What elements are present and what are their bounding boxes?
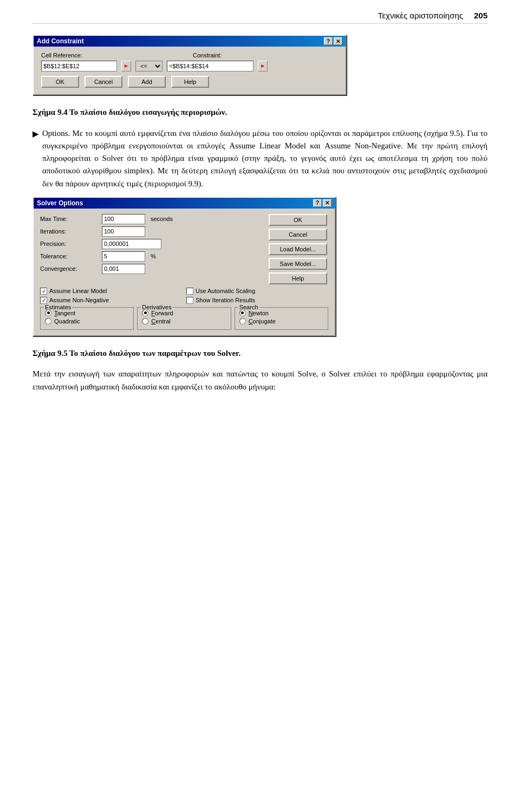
central-radio[interactable]	[142, 318, 148, 324]
header-title: Τεχνικές αριστοποίησης	[378, 11, 463, 20]
precision-input[interactable]	[102, 239, 161, 249]
newton-radio[interactable]	[239, 310, 246, 316]
figure-9-4-caption-text: Σχήμα 9.4 Το πλαίσιο διαλόγου εισαγωγής …	[32, 108, 227, 116]
conjugate-label: Conjugate	[249, 318, 276, 324]
assume-nonneg-checkbox[interactable]: ✓	[40, 297, 47, 304]
page-container: Τεχνικές αριστοποίησης 205 Add Constrain…	[0, 0, 520, 421]
constraint-input[interactable]	[167, 61, 253, 72]
solver-right-panel: OK Cancel Load Model... Save Model... He…	[269, 214, 328, 284]
solver-close-btn[interactable]: ✕	[323, 199, 332, 207]
tangent-radio-item: Tangent	[45, 310, 129, 316]
figure-9-5-caption: Σχήμα 9.5 Το πλαίσιο διαλόγου των παραμέ…	[32, 347, 487, 360]
titlebar-buttons: ? ✕	[324, 37, 342, 45]
radio-groups-area: Estimates Tangent Quadratic Derivatives	[40, 307, 328, 330]
help-btn[interactable]: ?	[324, 37, 333, 45]
central-label: Central	[151, 318, 170, 324]
solver-content: Max Time: seconds Iterations: Precision:	[34, 209, 335, 335]
max-time-label: Max Time:	[40, 216, 99, 222]
solver-title: Solver Options	[37, 199, 83, 207]
forward-label: Forward	[151, 310, 173, 316]
estimates-group: Estimates Tangent Quadratic	[40, 307, 134, 330]
iterations-label: Iterations:	[40, 228, 99, 235]
convergence-input[interactable]	[102, 264, 145, 274]
constraint-inputs-row: <= = >=	[41, 61, 338, 72]
tangent-radio[interactable]	[45, 310, 51, 316]
newton-radio-item: Newton	[239, 310, 323, 316]
options-text-block: ▶ Options. Με το κουμπί αυτό εμφανίζεται…	[32, 127, 487, 190]
solver-ok-button[interactable]: OK	[269, 214, 327, 226]
constraint-arrow-btn[interactable]	[258, 61, 268, 72]
convergence-row: Convergence:	[40, 264, 263, 274]
cell-ref-arrow-btn[interactable]	[121, 61, 131, 72]
close-btn[interactable]: ✕	[334, 37, 342, 45]
assume-linear-label: Assume Linear Model	[49, 288, 107, 294]
assume-linear-checkbox[interactable]: ✓	[40, 288, 47, 295]
tolerance-input[interactable]	[102, 251, 145, 262]
solver-help-button[interactable]: Help	[269, 272, 327, 284]
solver-help-btn[interactable]: ?	[313, 199, 322, 207]
auto-scaling-item: Use Automatic Scaling	[186, 288, 328, 295]
add-constraint-titlebar: Add Constraint ? ✕	[34, 36, 346, 47]
constraint-label: Constraint:	[193, 52, 242, 59]
forward-radio-item: Forward	[142, 310, 226, 316]
tolerance-row: Tolerance: %	[40, 251, 263, 262]
cell-ref-input[interactable]	[41, 61, 117, 72]
assume-linear-item: ✓ Assume Linear Model	[40, 288, 182, 295]
bottom-text: Μετά την εισαγωγή των απαραίτητων πληροφ…	[32, 369, 487, 391]
newton-label: Newton	[249, 310, 269, 316]
page-header: Τεχνικές αριστοποίησης 205	[32, 11, 487, 24]
help-button[interactable]: Help	[171, 76, 209, 88]
ok-button[interactable]: OK	[41, 76, 79, 88]
iterations-input[interactable]	[102, 226, 145, 237]
tolerance-unit: %	[151, 253, 156, 259]
bullet-arrow-icon: ▶	[32, 128, 39, 190]
add-constraint-title: Add Constraint	[37, 37, 84, 45]
solver-titlebar: Solver Options ? ✕	[34, 198, 335, 209]
show-iter-checkbox[interactable]	[186, 297, 193, 304]
bottom-text-block: Μετά την εισαγωγή των απαραίτητων πληροφ…	[32, 368, 487, 393]
max-time-row: Max Time: seconds	[40, 214, 263, 224]
estimates-legend: Estimates	[44, 304, 72, 310]
add-button[interactable]: Add	[128, 76, 166, 88]
auto-scaling-checkbox[interactable]	[186, 288, 193, 295]
tolerance-label: Tolerance:	[40, 253, 99, 259]
max-time-unit: seconds	[151, 216, 173, 222]
solver-load-model-button[interactable]: Load Model...	[269, 243, 327, 255]
constraint-buttons-row: OK Cancel Add Help	[41, 76, 338, 88]
solver-cancel-button[interactable]: Cancel	[269, 229, 327, 241]
solver-titlebar-buttons: ? ✕	[313, 199, 332, 207]
assume-nonneg-label: Assume Non-Negative	[49, 297, 109, 303]
figure-9-5-caption-text: Σχήμα 9.5 Το πλαίσιο διαλόγου των παραμέ…	[32, 349, 240, 358]
options-bullet-item: ▶ Options. Με το κουμπί αυτό εμφανίζεται…	[32, 127, 487, 190]
iterations-row: Iterations:	[40, 226, 263, 237]
search-legend: Search	[238, 304, 259, 310]
solver-options-dialog: Solver Options ? ✕ Max Time: seconds	[32, 197, 336, 336]
forward-radio[interactable]	[142, 310, 148, 316]
quadratic-radio[interactable]	[45, 318, 51, 324]
cell-ref-label: Cell Reference:	[41, 52, 90, 59]
convergence-label: Convergence:	[40, 265, 99, 272]
solver-left-panel: Max Time: seconds Iterations: Precision:	[40, 214, 263, 284]
svg-marker-0	[125, 64, 128, 68]
conjugate-radio[interactable]	[239, 318, 246, 324]
solver-save-model-button[interactable]: Save Model...	[269, 258, 327, 270]
cancel-button[interactable]: Cancel	[84, 76, 122, 88]
add-constraint-dialog: Add Constraint ? ✕ Cell Reference: Const…	[32, 35, 347, 95]
show-iter-label: Show Iteration Results	[196, 297, 255, 303]
auto-scaling-label: Use Automatic Scaling	[196, 288, 255, 294]
solver-main-layout: Max Time: seconds Iterations: Precision:	[40, 214, 328, 284]
quadratic-radio-item: Quadratic	[45, 318, 129, 324]
operator-dropdown[interactable]: <= = >=	[135, 61, 162, 72]
svg-marker-1	[261, 64, 264, 68]
max-time-input[interactable]	[102, 214, 145, 224]
central-radio-item: Central	[142, 318, 226, 324]
derivatives-legend: Derivatives	[141, 304, 172, 310]
quadratic-label: Quadratic	[54, 318, 80, 324]
checkboxes-area: ✓ Assume Linear Model Use Automatic Scal…	[40, 288, 328, 304]
add-constraint-content: Cell Reference: Constraint: <= = >=	[34, 47, 346, 94]
derivatives-group: Derivatives Forward Central	[137, 307, 231, 330]
precision-label: Precision:	[40, 241, 99, 247]
figure-9-4-caption: Σχήμα 9.4 Το πλαίσιο διαλόγου εισαγωγής …	[32, 106, 487, 119]
precision-row: Precision:	[40, 239, 263, 249]
search-group: Search Newton Conjugate	[235, 307, 328, 330]
